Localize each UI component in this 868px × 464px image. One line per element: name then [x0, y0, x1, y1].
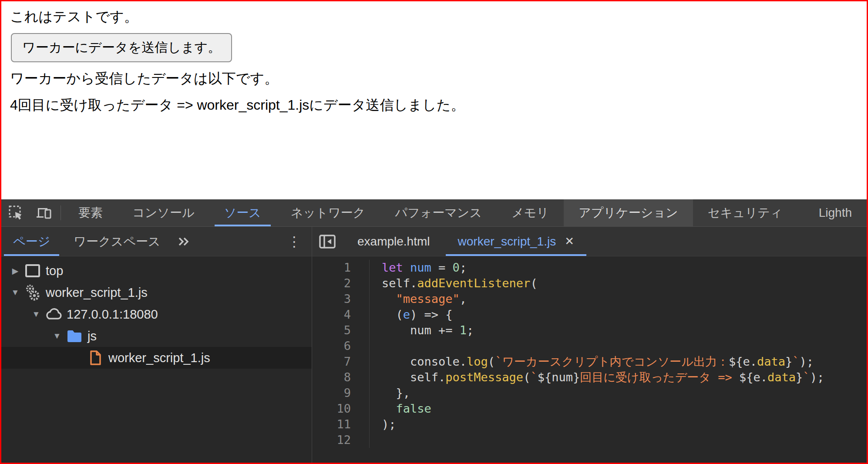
tree-row-js[interactable]: ▼js: [1, 325, 312, 347]
code-text: num += 1;: [370, 323, 474, 338]
devtools-toolbar-icons: [1, 199, 58, 226]
code-line-1: 1let num = 0;: [312, 260, 867, 276]
code-line-7: 7 console.log(`ワーカースクリプト内でコンソール出力：${e.da…: [312, 354, 867, 370]
devtools-main-tabs: 要素コンソールソースネットワークパフォーマンスメモリアプリケーションセキュリティ…: [64, 199, 867, 226]
line-number[interactable]: 11: [312, 417, 370, 432]
navigator-tabs: ページワークスペース: [1, 227, 172, 256]
editor-tabbar: example.htmlworker_script_1.js✕: [312, 227, 867, 256]
code-line-3: 3 "message",: [312, 291, 867, 307]
line-number[interactable]: 7: [312, 354, 370, 370]
more-tabs-icon[interactable]: [172, 227, 196, 256]
code-line-8: 8 self.postMessage(`${num}回目に受け取ったデータ =>…: [312, 370, 867, 385]
inspect-element-icon[interactable]: [7, 204, 25, 222]
code-line-2: 2self.addEventListener(: [312, 276, 867, 291]
sources-content: ▶top▼worker_script_1.js▼127.0.0.1:18080▼…: [1, 256, 867, 463]
code-line-11: 11);: [312, 417, 867, 432]
editor-tabs: example.htmlworker_script_1.js✕: [343, 227, 588, 256]
page-text-intro: これはテストです。: [10, 7, 858, 26]
tree-item-label: worker_script_1.js: [42, 286, 148, 300]
devtools-tab-7[interactable]: アプリケーション: [564, 199, 693, 226]
code-text: },: [370, 385, 410, 401]
code-text: self.postMessage(`${num}回目に受け取ったデータ => $…: [370, 370, 824, 385]
editor-tab-label: worker_script_1.js: [458, 235, 556, 249]
navigator-file-tree: ▶top▼worker_script_1.js▼127.0.0.1:18080▼…: [1, 256, 312, 463]
devtools-tab-8[interactable]: セキュリティ: [693, 199, 797, 226]
tree-row-127.0.0.1:18080[interactable]: ▼127.0.0.1:18080: [1, 303, 312, 325]
cloud-icon: [44, 307, 63, 322]
device-toolbar-icon[interactable]: [35, 204, 53, 222]
tree-row-worker_script_1.js[interactable]: ▼worker_script_1.js: [1, 282, 312, 303]
code-text: console.log(`ワーカースクリプト内でコンソール出力：${e.data…: [370, 354, 814, 370]
expander-expanded-icon[interactable]: ▼: [49, 331, 65, 341]
navigator-tab-2[interactable]: ワークスペース: [62, 227, 172, 256]
line-number[interactable]: 8: [312, 370, 370, 385]
send-to-worker-button[interactable]: ワーカーにデータを送信します。: [11, 33, 232, 62]
tree-item-label: js: [84, 329, 97, 343]
navigator-tabbar: ページワークスペース ⋮: [1, 227, 312, 256]
code-text: let num = 0;: [370, 260, 467, 276]
webpage-viewport: これはテストです。 ワーカーにデータを送信します。 ワーカーから受信したデータは…: [1, 1, 867, 199]
close-tab-icon[interactable]: ✕: [565, 235, 574, 248]
code-line-4: 4 (e) => {: [312, 307, 867, 323]
line-number[interactable]: 2: [312, 276, 370, 291]
code-line-10: 10 false: [312, 401, 867, 417]
editor-tab-1[interactable]: example.html: [343, 227, 444, 256]
code-line-5: 5 num += 1;: [312, 323, 867, 338]
line-number[interactable]: 6: [312, 338, 370, 354]
line-number[interactable]: 5: [312, 323, 370, 338]
folder-icon: [65, 329, 84, 343]
code-text: [370, 338, 382, 354]
code-text: );: [370, 417, 396, 432]
devtools-tab-4[interactable]: ネットワーク: [276, 199, 380, 226]
line-number[interactable]: 9: [312, 385, 370, 401]
file-icon: [86, 350, 105, 366]
tree-item-label: 127.0.0.1:18080: [63, 307, 158, 322]
code-editor[interactable]: 1let num = 0;2self.addEventListener(3 "m…: [312, 256, 867, 463]
frame-icon: [23, 263, 42, 278]
editor-tab-label: example.html: [357, 235, 430, 249]
sources-subheader: ページワークスペース ⋮ example.htmlworker_script_1…: [1, 227, 867, 256]
devtools-tab-5[interactable]: パフォーマンス: [380, 199, 497, 226]
navigator-tab-1[interactable]: ページ: [1, 227, 62, 256]
line-number[interactable]: 4: [312, 307, 370, 323]
editor-tab-2[interactable]: worker_script_1.js✕: [444, 227, 588, 256]
code-line-6: 6: [312, 338, 867, 354]
devtools-tab-6[interactable]: メモリ: [497, 199, 564, 226]
devtools-toolbar: 要素コンソールソースネットワークパフォーマンスメモリアプリケーションセキュリティ…: [1, 199, 867, 227]
page-text-received-heading: ワーカーから受信したデータは以下です。: [10, 69, 858, 88]
line-number[interactable]: 10: [312, 401, 370, 417]
code-text: self.addEventListener(: [370, 276, 538, 291]
tree-item-label: worker_script_1.js: [105, 351, 210, 365]
line-number[interactable]: 1: [312, 260, 370, 276]
devtools-tab-3[interactable]: ソース: [209, 199, 276, 226]
tree-row-top[interactable]: ▶top: [1, 260, 312, 282]
devtools-tab-1[interactable]: 要素: [64, 199, 118, 226]
code-text: (e) => {: [370, 307, 453, 323]
tree-row-worker_script_1.js[interactable]: worker_script_1.js: [1, 347, 312, 369]
code-line-9: 9 },: [312, 385, 867, 401]
expander-expanded-icon[interactable]: ▼: [28, 309, 44, 319]
devtools-tab-2[interactable]: コンソール: [118, 199, 209, 226]
navigator-overflow-menu-icon[interactable]: ⋮: [277, 227, 312, 256]
expander-collapsed-icon[interactable]: ▶: [7, 266, 23, 276]
code-text: "message",: [370, 291, 467, 307]
devtools-panel: 要素コンソールソースネットワークパフォーマンスメモリアプリケーションセキュリティ…: [1, 199, 867, 463]
gears-icon: [23, 283, 42, 302]
line-number[interactable]: 12: [312, 432, 370, 448]
line-number[interactable]: 3: [312, 291, 370, 307]
code-text: false: [370, 401, 431, 417]
code-line-12: 12: [312, 432, 867, 448]
page-text-worker-result: 4回目に受け取ったデータ => worker_script_1.jsにデータ送信…: [10, 96, 858, 114]
toolbar-separator: [61, 205, 61, 220]
hide-navigator-icon[interactable]: [312, 227, 343, 256]
code-text: [370, 432, 382, 448]
expander-expanded-icon[interactable]: ▼: [7, 288, 23, 297]
devtools-tab-9[interactable]: Lighth: [804, 199, 867, 226]
tree-item-label: top: [42, 264, 63, 278]
